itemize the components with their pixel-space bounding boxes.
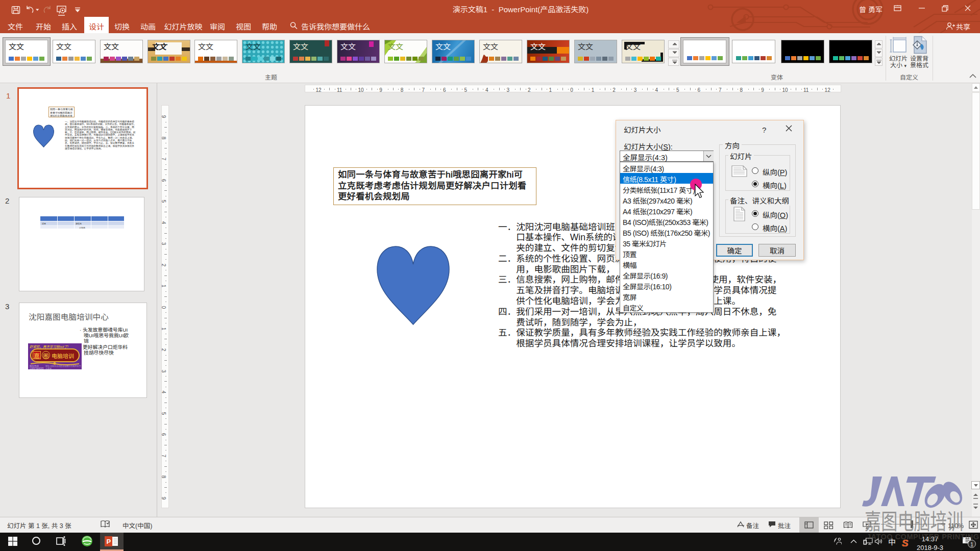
- svg-text:P: P: [107, 538, 111, 545]
